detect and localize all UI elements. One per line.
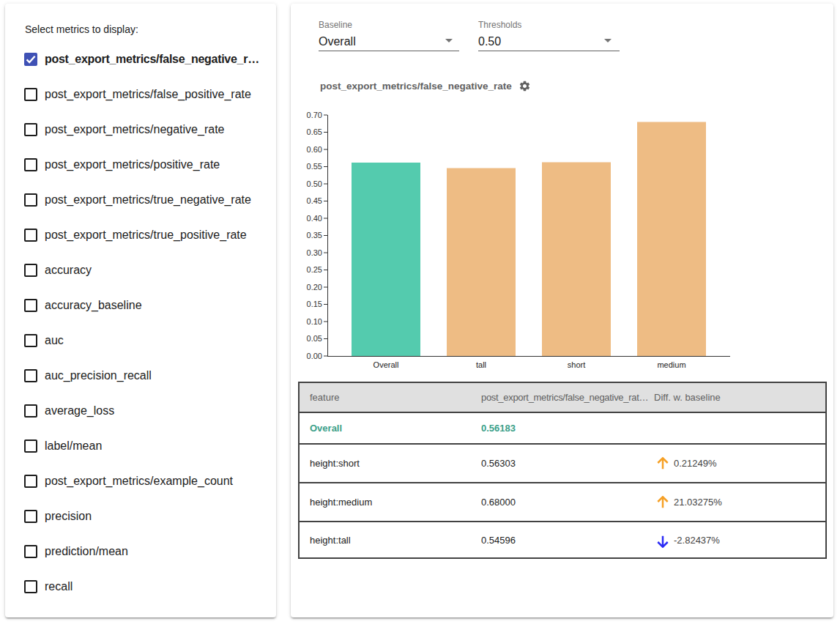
svg-text:0.65: 0.65	[307, 127, 322, 136]
svg-text:0.70: 0.70	[307, 111, 322, 119]
svg-text:medium: medium	[657, 360, 685, 369]
svg-text:0.55: 0.55	[307, 162, 322, 171]
svg-text:Overall: Overall	[373, 360, 399, 369]
svg-text:0.60: 0.60	[307, 145, 322, 154]
svg-text:0.10: 0.10	[307, 317, 322, 326]
svg-text:0.50: 0.50	[307, 179, 322, 188]
svg-text:short: short	[568, 360, 585, 369]
svg-text:0.00: 0.00	[307, 352, 322, 360]
svg-text:0.25: 0.25	[307, 265, 322, 274]
svg-text:tall: tall	[476, 360, 486, 369]
svg-text:0.20: 0.20	[307, 283, 322, 292]
svg-text:0.35: 0.35	[307, 231, 322, 240]
svg-text:0.45: 0.45	[307, 196, 322, 205]
svg-text:0.40: 0.40	[307, 214, 322, 223]
svg-text:0.30: 0.30	[307, 248, 322, 257]
svg-text:0.15: 0.15	[307, 300, 322, 308]
svg-text:0.05: 0.05	[307, 334, 322, 343]
